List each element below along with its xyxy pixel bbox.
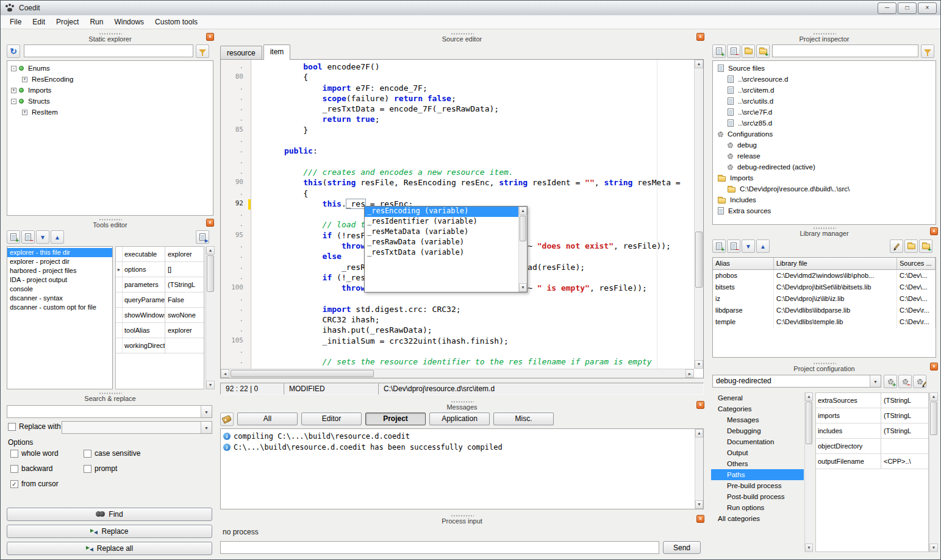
process-input-field[interactable] — [220, 541, 659, 554]
property-row[interactable]: queryParametFalse — [116, 292, 204, 308]
property-value[interactable]: explorer — [165, 247, 204, 261]
code-line[interactable] — [256, 136, 694, 146]
close-panel-icon[interactable]: x — [930, 363, 938, 370]
message-row[interactable]: icompiling C:\...\build\resource.d.coedi… — [222, 431, 703, 442]
code-line[interactable]: bool encodee7F() — [256, 62, 694, 73]
property-row[interactable]: parameters(TStringL — [116, 277, 204, 292]
drag-grip-icon[interactable] — [99, 392, 122, 394]
replace-button[interactable]: Replace — [7, 525, 212, 538]
menu-item-run[interactable]: Run — [84, 16, 109, 27]
tab-resource[interactable]: resource — [220, 46, 262, 60]
option-value[interactable]: (TStringL — [881, 393, 928, 408]
tool-list-item[interactable]: dscanner - syntax — [7, 294, 112, 303]
category-item[interactable]: General — [711, 392, 804, 403]
remove-library-button[interactable]: − — [727, 239, 740, 253]
editor-vscrollbar[interactable]: ▲ ▼ — [694, 60, 703, 369]
code-line[interactable]: { — [256, 189, 694, 199]
tree-item[interactable]: +ResEncoding — [7, 74, 213, 85]
option-row[interactable]: objectDirectory — [816, 439, 928, 454]
scroll-up-icon[interactable]: ▲ — [929, 392, 938, 401]
property-row[interactable]: ▸options[] — [116, 262, 204, 277]
option-row[interactable]: includes(TStringL — [816, 424, 928, 439]
category-item[interactable]: Pre-build process — [711, 480, 804, 491]
refresh-button[interactable]: ↻ — [7, 44, 20, 58]
maximize-button[interactable]: □ — [898, 2, 917, 14]
scroll-down-icon[interactable]: ▼ — [805, 544, 813, 552]
option-value[interactable]: (TStringL — [881, 408, 928, 423]
remove-tool-button[interactable]: − — [21, 230, 35, 244]
column-header-alias[interactable]: Alias — [713, 258, 774, 270]
scroll-down-icon[interactable]: ▼ — [206, 381, 215, 389]
code-line[interactable]: ihash.put(_resRawData); — [256, 325, 694, 336]
edit-library-button[interactable] — [890, 239, 903, 253]
remove-source-button[interactable]: − — [727, 44, 740, 58]
tree-item[interactable]: Extra sources — [713, 205, 936, 216]
property-row[interactable]: showWindowsswoNone — [116, 308, 204, 323]
code-line[interactable]: CRC32 ihash; — [256, 315, 694, 325]
category-item[interactable]: All categories — [711, 513, 804, 524]
panel-header[interactable]: Process input x — [219, 514, 705, 525]
filter-all-button[interactable]: All — [237, 413, 298, 425]
property-value[interactable]: False — [165, 292, 204, 307]
tree-item[interactable]: debug-redirected (active) — [713, 161, 936, 172]
inspector-filter-input[interactable] — [772, 44, 918, 57]
scroll-thumb[interactable] — [520, 216, 526, 241]
property-value[interactable] — [165, 338, 204, 353]
scroll-up-icon[interactable]: ▲ — [695, 429, 703, 438]
menu-item-edit[interactable]: Edit — [27, 16, 51, 27]
category-item[interactable]: Paths — [711, 469, 804, 480]
scroll-down-icon[interactable]: ▼ — [695, 360, 703, 369]
dropdown-arrow-icon[interactable] — [201, 422, 212, 433]
code-line[interactable]: public: — [256, 146, 694, 157]
send-button[interactable]: Send — [663, 541, 701, 554]
messages-scrollbar[interactable]: ▲ ▼ — [695, 429, 703, 509]
tool-list-item[interactable]: dscanner - custom opt for file — [7, 303, 112, 312]
tree-item[interactable]: Imports — [713, 172, 936, 183]
replace-combo[interactable] — [62, 421, 212, 434]
tab-item[interactable]: item — [263, 44, 291, 60]
code-line[interactable]: scope(failure) return false; — [256, 94, 694, 104]
completion-item[interactable]: _resRawData (variable) — [365, 238, 518, 248]
option-value[interactable]: <CPP>..\ — [881, 454, 928, 469]
panel-header[interactable]: Project inspector — [710, 32, 939, 43]
checkbox[interactable]: ✓ — [10, 480, 18, 488]
tree-item[interactable]: Includes — [713, 194, 936, 205]
expander-icon[interactable]: - — [11, 99, 16, 104]
move-up-button[interactable]: ▲ — [756, 239, 770, 253]
option-value[interactable] — [881, 439, 928, 453]
tree-item[interactable]: ..\src\utils.d — [713, 96, 936, 107]
property-row[interactable]: workingDirect — [116, 338, 204, 353]
open-library-button[interactable]: + — [919, 239, 932, 253]
completion-scrollbar[interactable]: ▲ ▼ — [518, 207, 527, 292]
library-row[interactable]: izC:\Dev\dproj\iz\lib\iz.libC:\Dev\... — [713, 293, 936, 305]
panel-header[interactable]: Search & replace — [5, 392, 215, 403]
scroll-up-icon[interactable]: ▲ — [805, 392, 813, 401]
option-checkbox-row[interactable]: whole word — [10, 449, 84, 458]
tree-item[interactable]: ..\src\e7F.d — [713, 107, 936, 118]
tree-item[interactable]: C:\Dev\dproj\resource.d\build\..\src\ — [713, 183, 936, 194]
tree-item[interactable]: Source files — [713, 63, 936, 74]
filter-project-button[interactable]: Project — [365, 413, 426, 425]
category-item[interactable]: Messages — [711, 414, 804, 425]
move-down-button[interactable]: ▼ — [36, 230, 49, 244]
tool-list-item[interactable]: console — [7, 285, 112, 294]
tree-item[interactable]: -Structs — [7, 96, 213, 107]
drag-grip-icon[interactable] — [451, 401, 474, 403]
category-item[interactable]: Debugging — [711, 425, 804, 436]
property-value[interactable]: (TStringL — [165, 277, 204, 292]
code-line[interactable]: import std.digest.crc: CRC32; — [256, 305, 694, 315]
column-header-sources[interactable]: Sources ... — [897, 258, 936, 270]
panel-header[interactable]: Static explorer x — [5, 32, 215, 43]
library-row[interactable]: templeC:\Dev\dlibs\temple.libC:\Dev\r... — [713, 316, 936, 328]
category-item[interactable]: Documentation — [711, 436, 804, 447]
category-scrollbar[interactable]: ▲ ▼ — [804, 392, 813, 552]
panel-header[interactable]: Library manager x — [710, 227, 939, 238]
completion-item[interactable]: _resTxtData (variable) — [365, 248, 518, 258]
property-value[interactable]: swoNone — [165, 308, 204, 322]
search-combo[interactable] — [7, 405, 212, 418]
option-row[interactable]: outputFilename<CPP>..\ — [816, 454, 928, 469]
drag-grip-icon[interactable] — [813, 33, 836, 35]
tree-item[interactable]: ..\src\z85.d — [713, 118, 936, 129]
add-folder-button[interactable] — [742, 44, 755, 58]
completion-item[interactable]: _resMetaData (variable) — [365, 227, 518, 238]
